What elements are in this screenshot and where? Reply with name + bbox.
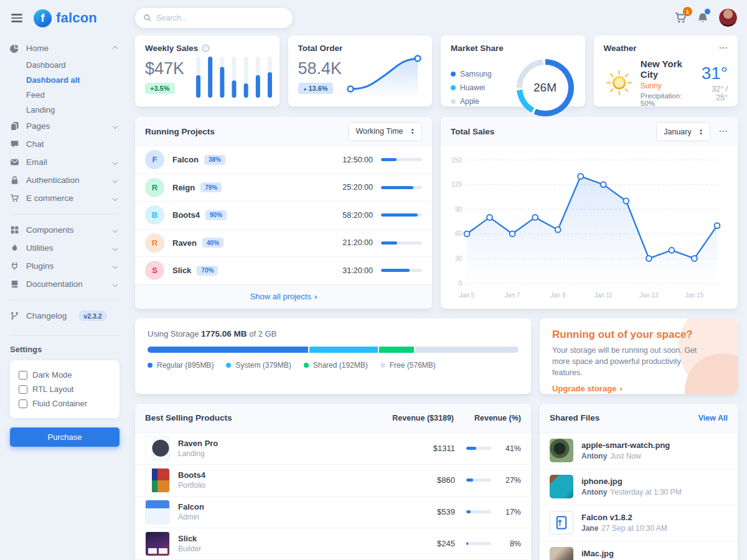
file-name-link[interactable]: apple-smart-watch.png xyxy=(581,441,670,450)
product-name-link[interactable]: Falcon xyxy=(178,502,405,511)
setting-option-dark-mode[interactable]: Dark Mode xyxy=(19,368,111,382)
sidebar-item-email[interactable]: Email xyxy=(10,153,120,171)
product-name-link[interactable]: Slick xyxy=(178,534,405,543)
product-row-boots4: Boots4Portfolio $860 27% xyxy=(135,465,531,497)
sidebar-item-changelog[interactable]: Changelog v2.3.2 xyxy=(10,307,120,325)
project-progress-bar xyxy=(381,158,422,161)
search-box[interactable] xyxy=(135,8,293,28)
product-progress-bar xyxy=(466,510,491,513)
file-name-link[interactable]: Falcon v1.8.2 xyxy=(581,513,667,522)
chat-icon xyxy=(10,139,20,149)
checkbox-fluid-container[interactable] xyxy=(19,399,27,408)
file-thumbnail xyxy=(550,475,573,498)
sidebar-item-plugins[interactable]: Plugins xyxy=(10,257,120,275)
total-sales-menu-button[interactable] xyxy=(719,130,728,134)
month-select[interactable]: January xyxy=(656,122,710,141)
chevron-down-icon xyxy=(113,123,118,128)
product-name-link[interactable]: Raven Pro xyxy=(178,439,405,448)
sidebar-item-documentation[interactable]: Documentation xyxy=(10,275,120,293)
sidebar-item-dashboard-alt[interactable]: Dashboard alt xyxy=(10,72,120,87)
view-all-link[interactable]: View All xyxy=(698,414,728,422)
svg-text:Jan 11: Jan 11 xyxy=(594,292,613,299)
storage-progress-bar xyxy=(148,347,519,353)
chevron-down-icon xyxy=(113,177,118,182)
sidebar-item-chat[interactable]: Chat xyxy=(10,135,120,153)
project-time: 31:20:00 xyxy=(342,266,373,275)
sidebar-item-utilities[interactable]: Utilities xyxy=(10,239,120,257)
total-order-badge: ▲13.6% xyxy=(298,83,333,94)
search-input[interactable] xyxy=(156,14,284,22)
project-percent-badge: 40% xyxy=(202,238,223,248)
svg-text:120: 120 xyxy=(451,181,462,188)
products-title: Best Selling Products xyxy=(145,413,351,422)
checkbox-dark-mode[interactable] xyxy=(19,371,27,380)
sidebar-item-components[interactable]: Components xyxy=(10,221,120,239)
show-all-projects-link[interactable]: Show all projects xyxy=(135,285,432,309)
project-avatar: R xyxy=(145,178,164,197)
notifications-button[interactable] xyxy=(697,12,709,24)
project-row-slick: S Slick 70% 31:20:00 xyxy=(135,257,432,285)
project-time: 58:20:00 xyxy=(342,211,373,220)
main-content: 1 Weekly Sales ? $47K +3.5% Tot xyxy=(126,0,747,560)
project-name-link[interactable]: Boots4 xyxy=(172,210,200,220)
search-icon xyxy=(143,14,151,22)
falcon-logo[interactable]: f falcon xyxy=(34,9,97,27)
project-name-link[interactable]: Reign xyxy=(172,183,195,192)
checkbox-rtl-layout[interactable] xyxy=(19,385,27,394)
weather-title: Weather xyxy=(604,44,637,53)
legend-dot xyxy=(304,363,309,368)
file-name-link[interactable]: iphone.jpg xyxy=(581,477,682,486)
svg-text:90: 90 xyxy=(455,206,463,213)
sidebar: f falcon Home DashboardDashboard altFeed… xyxy=(0,0,126,560)
settings-panel: Dark ModeRTL LayoutFluid Container xyxy=(10,360,120,418)
working-time-select[interactable]: Working Time xyxy=(348,122,422,141)
project-percent-badge: 70% xyxy=(197,266,218,276)
sidebar-item-e-commerce[interactable]: E commerce xyxy=(10,189,120,207)
file-name-link[interactable]: iMac.jpg xyxy=(581,549,671,558)
project-name-link[interactable]: Falcon xyxy=(172,155,199,164)
cart-icon xyxy=(10,194,20,203)
revenue-pct-column-header: Revenue (%) xyxy=(454,414,521,422)
upgrade-storage-link[interactable]: Upgrade storage xyxy=(552,384,622,393)
project-avatar: F xyxy=(145,150,164,169)
weather-precipitation: Precipitation: 50% xyxy=(641,92,695,107)
svg-text:60: 60 xyxy=(455,230,463,237)
sidebar-item-pages[interactable]: Pages xyxy=(10,117,120,135)
sidebar-item-feed[interactable]: Feed xyxy=(10,87,120,102)
sidebar-item-authentication[interactable]: Authentication xyxy=(10,171,120,189)
weather-range: 32° / 25° xyxy=(702,85,728,102)
sidebar-item-home[interactable]: Home xyxy=(10,39,120,57)
storage-segment-regular-895mb- xyxy=(148,347,308,353)
total-order-card: Total Order 58.4K ▲13.6% xyxy=(288,35,433,106)
project-name-link[interactable]: Raven xyxy=(172,238,197,248)
product-row-falcon: FalconAdmin $539 17% xyxy=(135,497,531,528)
hamburger-menu-icon[interactable] xyxy=(10,11,24,24)
sidebar-item-landing[interactable]: Landing xyxy=(10,102,120,117)
project-name-link[interactable]: Slick xyxy=(172,266,191,275)
sort-icon xyxy=(411,128,415,135)
weather-menu-button[interactable] xyxy=(719,47,728,50)
svg-text:Jan 5: Jan 5 xyxy=(459,292,475,299)
user-avatar[interactable] xyxy=(718,8,738,27)
file-thumbnail xyxy=(550,547,573,560)
falcon-logo-icon: f xyxy=(34,9,52,27)
product-row-raven-pro: Raven ProLanding $1311 41% xyxy=(135,433,531,465)
product-percent: 27% xyxy=(499,476,521,485)
shared-files-card: Shared Files View All apple-smart-watch.… xyxy=(540,404,738,560)
setting-option-rtl-layout[interactable]: RTL Layout xyxy=(19,382,111,396)
storage-legend: Regular (895MB)System (379MB)Shared (192… xyxy=(148,361,519,370)
sidebar-item-dashboard[interactable]: Dashboard xyxy=(10,57,120,72)
product-category: Portfolio xyxy=(178,481,405,490)
upgrade-space-card: Running out of your space? Your storage … xyxy=(540,319,738,394)
stats-row: Weekly Sales ? $47K +3.5% Total Order 58… xyxy=(135,35,738,106)
total-sales-title: Total Sales xyxy=(451,127,494,136)
product-name-link[interactable]: Boots4 xyxy=(178,470,405,480)
help-icon[interactable]: ? xyxy=(202,44,210,52)
legend-dot xyxy=(380,363,385,368)
setting-option-fluid-container[interactable]: Fluid Container xyxy=(19,396,111,411)
cart-button[interactable]: 1 xyxy=(674,11,687,24)
storage-segment-system-379mb- xyxy=(309,347,378,353)
purchase-button[interactable]: Purchase xyxy=(10,427,120,447)
project-row-raven: R Raven 40% 21:20:00 xyxy=(135,230,432,258)
middle-row: Running Projects Working Time F Falcon 3… xyxy=(135,117,738,309)
